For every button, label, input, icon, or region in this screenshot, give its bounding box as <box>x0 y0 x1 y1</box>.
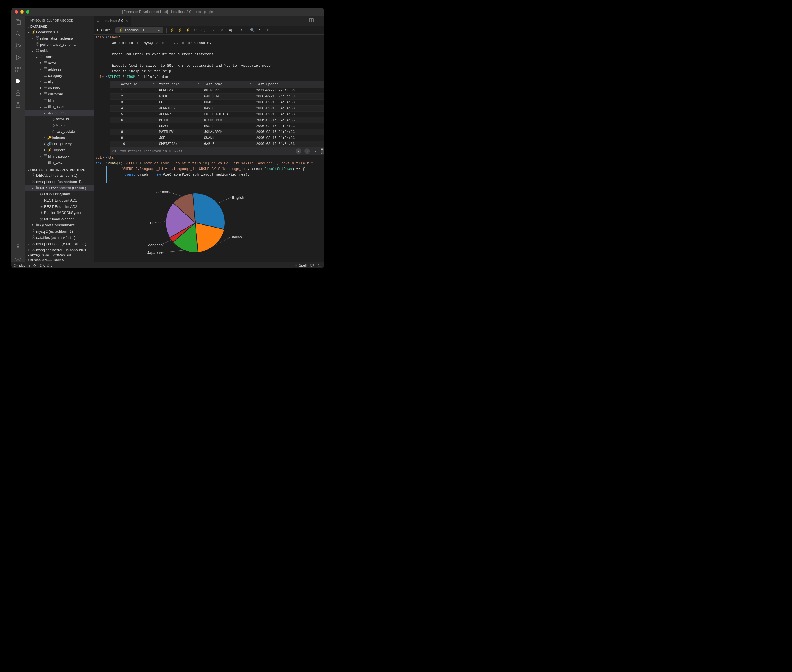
more-actions-icon[interactable]: ⋯ <box>317 19 321 23</box>
table-row[interactable]: 9JOESWANK2006-02-15 04:34:33 <box>110 135 324 141</box>
split-editor-icon[interactable] <box>309 18 314 24</box>
execute-icon[interactable]: ⚡ <box>169 28 174 33</box>
settings-icon[interactable] <box>15 255 21 262</box>
cancel-icon[interactable]: ✕ <box>220 28 225 33</box>
tree-item[interactable]: ⌄◆Columns <box>25 110 94 116</box>
tree-item[interactable]: ›city <box>25 78 94 85</box>
tree-item[interactable]: ⚖MRSloadBalancer <box>25 216 94 222</box>
section-database[interactable]: ⌄DATABASE <box>25 24 94 29</box>
tree-item[interactable]: ›film <box>25 97 94 103</box>
tree-item[interactable]: ›performance_schema <box>25 41 94 48</box>
execute-caret-icon[interactable]: ⚡ <box>185 28 190 33</box>
tree-item[interactable]: ›mysqltoolingeu (eu-frankfurt-1) <box>25 240 94 247</box>
tree-item[interactable]: ›datafiles (eu-frankfurt-1) <box>25 234 94 240</box>
tree-item[interactable]: ›category <box>25 72 94 78</box>
next-page-icon[interactable]: › <box>304 148 310 154</box>
column-header[interactable]: actor_id▲ <box>118 81 156 88</box>
tree-item[interactable]: ›inventory <box>25 165 94 168</box>
table-row[interactable]: 2NICKWAHLBERG2006-02-15 04:34:33 <box>110 94 324 100</box>
table-row[interactable]: 1PENELOPEGUINESSS2021-09-28 22:18:53 <box>110 88 324 94</box>
section-tasks[interactable]: ›MYSQL SHELL TASKS <box>25 258 94 262</box>
table-row[interactable]: 8MATTHEWJOHANSSON2006-02-15 04:34:33 <box>110 129 324 135</box>
check-icon[interactable]: ✓ <box>212 28 217 33</box>
sidebar-more-icon[interactable]: ⋯ <box>87 19 90 22</box>
database-icon[interactable] <box>15 90 21 96</box>
test-icon[interactable] <box>15 102 21 109</box>
column-header[interactable]: first_name▲ <box>156 81 201 88</box>
table-row[interactable]: 10CHRISTIANGABLE2006-02-15 04:34:33 <box>110 141 324 147</box>
git-branch[interactable]: plugins <box>14 264 30 267</box>
tree-item[interactable]: ›film_category <box>25 153 94 159</box>
column-header[interactable]: last_name▲ <box>201 81 253 88</box>
tree-item[interactable]: ◇last_update <box>25 128 94 134</box>
sync-icon[interactable]: ⟳ <box>33 264 36 267</box>
table-row[interactable]: 6BETTENICHOLSON2006-02-15 04:34:33 <box>110 117 324 123</box>
tree-item[interactable]: ⌄film_actor <box>25 103 94 110</box>
table-row[interactable]: 3EDCHASE2006-02-15 04:34:33 <box>110 100 324 106</box>
tree-item[interactable]: ⌄⚡Localhost 8.0 <box>25 29 94 35</box>
search-icon[interactable] <box>15 30 21 37</box>
stop-icon[interactable]: ↻ <box>193 28 198 33</box>
debug-icon[interactable] <box>15 54 21 61</box>
git-icon[interactable] <box>15 42 21 49</box>
explorer-icon[interactable] <box>15 19 21 26</box>
column-header[interactable]: last_update▲ <box>253 81 324 88</box>
mysql-shell-icon[interactable] <box>15 78 21 85</box>
execute-script-icon[interactable]: ⚡ <box>177 28 182 33</box>
spell-check[interactable]: ✓ Spell <box>295 264 307 267</box>
connection-select[interactable]: ⚡ Localhost 8.0 ⌄ <box>115 27 163 33</box>
tree-item[interactable]: ≡REST Endpoint AD1 <box>25 197 94 203</box>
tree-item[interactable]: ›country <box>25 85 94 91</box>
tree-item[interactable]: ›🔗Foreign Keys <box>25 141 94 147</box>
tree-item[interactable]: ⌄Tables <box>25 54 94 60</box>
close-tab-icon[interactable]: × <box>126 19 128 23</box>
table-row[interactable]: 7GRACEMOSTEL2006-02-15 04:34:33 <box>110 123 324 129</box>
commit-icon[interactable]: ◯ <box>201 28 206 33</box>
svg-rect-0 <box>16 19 19 24</box>
svg-text:German: German <box>156 190 169 194</box>
extensions-icon[interactable] <box>15 66 21 73</box>
tree-item[interactable]: ◇film_id <box>25 122 94 128</box>
tree-item[interactable]: ›information_schema <box>25 35 94 41</box>
tree-item[interactable]: ›⚡Triggers <box>25 147 94 153</box>
tree-item[interactable]: ⌄mysqltooling (us-ashburn-1) <box>25 178 94 185</box>
tree-item[interactable]: ›film_text <box>25 159 94 165</box>
tree-item[interactable]: ◇actor_id <box>25 116 94 122</box>
find-icon[interactable]: 🔍 <box>250 28 255 33</box>
tree-item[interactable]: ›address <box>25 66 94 72</box>
editor-content[interactable]: sql>•\about Welcome to the MySQL Shell -… <box>94 35 324 262</box>
section-oci[interactable]: ⌄ORACLE CLOUD INFRASTRUCTURE <box>25 168 94 172</box>
section-consoles[interactable]: ›MYSQL SHELL CONSOLES <box>25 253 94 258</box>
tree-item[interactable]: ›customer <box>25 91 94 97</box>
tab-localhost[interactable]: ≡ Localhost 8.0 × <box>94 16 131 26</box>
table-row[interactable]: 4JENNIFERDAVIS2006-02-15 04:34:33 <box>110 106 324 112</box>
format-icon[interactable]: ✦ <box>239 28 244 33</box>
minimize-window-button[interactable] <box>20 10 24 14</box>
database-tree: ⌄⚡Localhost 8.0›information_schema›perfo… <box>25 29 94 168</box>
prev-page-icon[interactable]: ‹ <box>296 148 302 154</box>
tree-item[interactable]: ≡REST Endpoint AD2 <box>25 203 94 210</box>
tree-item[interactable]: ›DEFAULT (us-ashburn-1) <box>25 172 94 178</box>
problems-indicator[interactable]: ⊘ 0 ⚠ 0 <box>40 264 53 267</box>
tree-item[interactable]: ›actor <box>25 60 94 66</box>
auto-commit-icon[interactable]: ▣ <box>228 28 233 33</box>
notifications-icon[interactable] <box>317 264 321 267</box>
maximize-window-button[interactable] <box>26 10 29 14</box>
toggle-whitespace-icon[interactable]: ¶ <box>258 28 263 33</box>
tree-item[interactable]: ⌄MRS.Development (Default) <box>25 185 94 191</box>
tree-item[interactable]: ⌄sakila <box>25 48 94 54</box>
table-row[interactable]: 5JOHNNYLOLLOBRIGIDA2006-02-15 04:34:33 <box>110 112 324 117</box>
accounts-icon[interactable] <box>15 243 21 250</box>
tree-item[interactable]: ›🔑Indexes <box>25 134 94 141</box>
tree-item[interactable]: ⚙MDS DbSystem <box>25 191 94 197</box>
close-window-button[interactable] <box>15 10 18 14</box>
export-icon[interactable]: ↗ <box>313 148 318 154</box>
word-wrap-icon[interactable]: ↩ <box>266 28 271 33</box>
feedback-icon[interactable] <box>310 264 314 267</box>
result-grid[interactable]: actor_id▲first_name▲last_name▲last_updat… <box>110 81 324 147</box>
tree-item[interactable]: ✦Bastion4MDSDbSystem <box>25 210 94 216</box>
tree-item[interactable]: ›mysqlshelltester (us-ashburn-1) <box>25 247 94 253</box>
tree-item[interactable]: ›mysql2 (us-ashburn-1) <box>25 228 94 234</box>
view-mode-icon[interactable]: ▦ ⌄ <box>321 148 324 154</box>
tree-item[interactable]: ›/ (Root Compartment) <box>25 222 94 228</box>
